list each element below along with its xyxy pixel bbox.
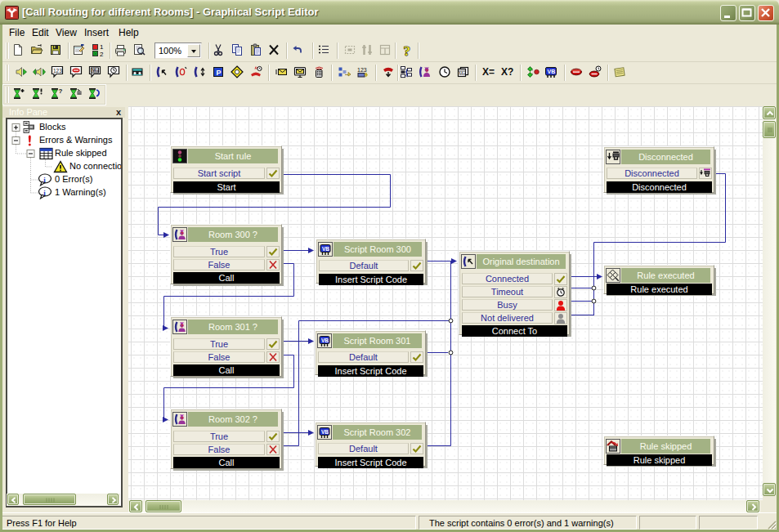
svg-text:?: ? [181,231,184,236]
svg-text:VB: VB [321,429,329,435]
svg-text:VB: VB [322,246,329,252]
svg-text:?: ? [181,416,184,421]
svg-text:?: ? [181,324,184,329]
svg-text:VB: VB [321,338,329,343]
